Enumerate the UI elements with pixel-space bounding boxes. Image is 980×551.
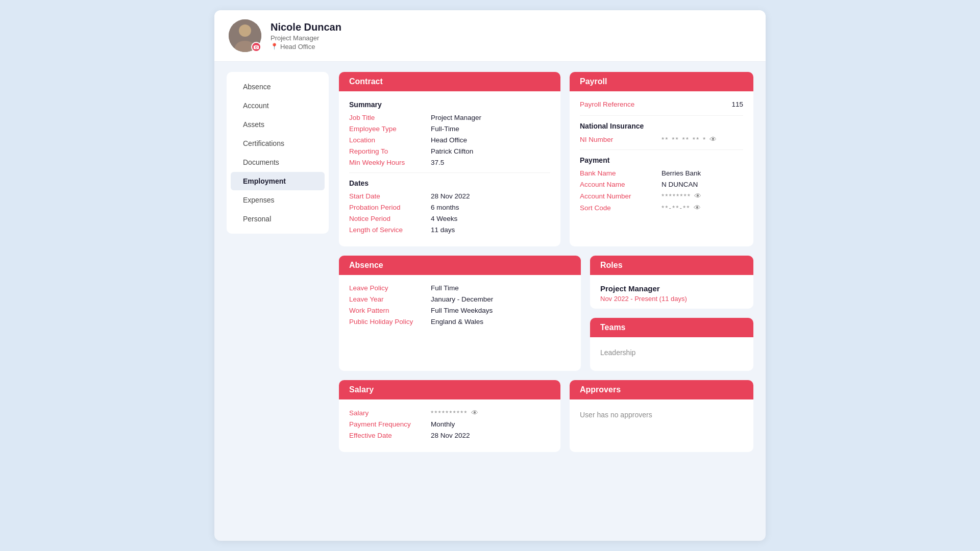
probation-period-label: Probation Period (349, 204, 431, 211)
min-weekly-hours-label: Min Weekly Hours (349, 159, 431, 166)
teams-value: Leadership (600, 346, 743, 359)
sort-code-toggle-button[interactable]: 👁 (694, 204, 701, 212)
role-name: Project Manager (600, 284, 743, 293)
notice-period-label: Notice Period (349, 215, 431, 222)
public-holiday-value: England & Wales (431, 318, 483, 325)
field-ni-number: NI Number ** ** ** ** * 👁 (580, 135, 743, 143)
profile-role: Project Manager (271, 34, 341, 42)
payroll-title: Payroll (580, 77, 743, 86)
location-pin-icon: 📍 (271, 43, 278, 50)
notice-period-value: 4 Weeks (431, 215, 457, 222)
min-weekly-hours-value: 37.5 (431, 159, 444, 166)
svg-point-1 (239, 24, 251, 37)
field-leave-year: Leave Year January - December (349, 295, 571, 303)
payroll-card: Payroll Payroll Reference 115 National I… (570, 72, 753, 246)
salary-label: Salary (349, 409, 431, 417)
effective-date-label: Effective Date (349, 432, 431, 439)
teams-card: Teams Leadership (590, 318, 753, 371)
job-title-label: Job Title (349, 114, 431, 121)
reporting-to-label: Reporting To (349, 147, 431, 155)
dates-title: Dates (349, 179, 550, 187)
row-salary-approvers: Salary Salary ********** 👁 Payment Frequ… (339, 380, 753, 452)
field-start-date: Start Date 28 Nov 2022 (349, 192, 550, 200)
effective-date-value: 28 Nov 2022 (431, 432, 470, 439)
roles-header: Roles (590, 256, 753, 275)
roles-body: Project Manager Nov 2022 - Present (11 d… (590, 275, 753, 309)
roles-card: Roles Project Manager Nov 2022 - Present… (590, 256, 753, 309)
row-absence-roles: Absence Leave Policy Full Time Leave Yea… (339, 256, 753, 371)
avatar-camera-badge[interactable] (251, 42, 261, 52)
job-title-value: Project Manager (431, 114, 481, 121)
sidebar-item-employment[interactable]: Employment (231, 172, 325, 190)
contract-header: Contract (339, 72, 560, 91)
salary-toggle-button[interactable]: 👁 (471, 409, 478, 417)
bank-name-label: Bank Name (580, 169, 662, 177)
account-name-value: N DUNCAN (662, 181, 698, 188)
sidebar-item-certifications[interactable]: Certifications (231, 134, 325, 153)
avatar (229, 19, 261, 52)
payroll-body: Payroll Reference 115 National Insurance… (570, 91, 753, 224)
sidebar-item-expenses[interactable]: Expenses (231, 191, 325, 209)
location-value: Head Office (431, 136, 467, 144)
payroll-reference-label: Payroll Reference (580, 101, 731, 108)
field-location: Location Head Office (349, 136, 550, 144)
approvers-title: Approvers (580, 385, 743, 394)
sidebar-item-documents[interactable]: Documents (231, 153, 325, 171)
field-job-title: Job Title Project Manager (349, 114, 550, 121)
absence-title: Absence (349, 261, 571, 270)
length-of-service-value: 11 days (431, 226, 455, 234)
field-probation-period: Probation Period 6 months (349, 204, 550, 211)
leave-policy-value: Full Time (431, 284, 459, 292)
field-account-name: Account Name N DUNCAN (580, 181, 743, 188)
ni-number-label: NI Number (580, 136, 662, 143)
leave-policy-label: Leave Policy (349, 284, 431, 292)
field-bank-name: Bank Name Berries Bank (580, 169, 743, 177)
approvers-value: User has no approvers (580, 409, 743, 421)
summary-title: Summary (349, 101, 550, 109)
teams-body: Leadership (590, 337, 753, 368)
row-contract-payroll: Contract Summary Job Title Project Manag… (339, 72, 753, 246)
account-number-value: ******** (662, 192, 691, 200)
sidebar-item-personal[interactable]: Personal (231, 210, 325, 228)
role-dates: Nov 2022 - Present (11 days) (600, 295, 743, 303)
field-length-of-service: Length of Service 11 days (349, 226, 550, 234)
sidebar-item-account[interactable]: Account (231, 96, 325, 115)
account-number-toggle-button[interactable]: 👁 (694, 192, 701, 200)
sidebar-item-absence[interactable]: Absence (231, 78, 325, 96)
approvers-header: Approvers (570, 380, 753, 399)
approvers-card: Approvers User has no approvers (570, 380, 753, 452)
content-area: Contract Summary Job Title Project Manag… (339, 72, 753, 452)
field-min-weekly-hours: Min Weekly Hours 37.5 (349, 159, 550, 166)
sort-code-label: Sort Code (580, 204, 662, 212)
payment-title: Payment (580, 156, 743, 164)
profile-name: Nicole Duncan (271, 21, 341, 33)
field-employee-type: Employee Type Full-Time (349, 125, 550, 133)
payroll-header: Payroll (570, 72, 753, 91)
contract-title: Contract (349, 77, 550, 86)
ni-number-toggle-button[interactable]: 👁 (709, 135, 717, 143)
start-date-label: Start Date (349, 192, 431, 200)
approvers-body: User has no approvers (570, 399, 753, 430)
contract-body: Summary Job Title Project Manager Employ… (339, 91, 560, 246)
profile-header: Nicole Duncan Project Manager 📍 Head Off… (214, 10, 766, 62)
work-pattern-value: Full Time Weekdays (431, 307, 493, 314)
salary-card: Salary Salary ********** 👁 Payment Frequ… (339, 380, 560, 452)
field-notice-period: Notice Period 4 Weeks (349, 215, 550, 222)
field-work-pattern: Work Pattern Full Time Weekdays (349, 307, 571, 314)
sidebar-item-assets[interactable]: Assets (231, 115, 325, 134)
employee-type-label: Employee Type (349, 125, 431, 133)
sort-code-value: **-**-** (662, 204, 691, 212)
profile-location: 📍 Head Office (271, 43, 341, 51)
payroll-reference-value: 115 (731, 101, 743, 108)
location-label: Location (349, 136, 431, 144)
probation-period-value: 6 months (431, 204, 459, 211)
svg-point-3 (256, 46, 257, 48)
salary-header: Salary (339, 380, 560, 399)
field-effective-date: Effective Date 28 Nov 2022 (349, 432, 550, 439)
account-number-label: Account Number (580, 192, 662, 200)
sidebar: Absence Account Assets Certifications Do… (227, 72, 329, 234)
contract-card: Contract Summary Job Title Project Manag… (339, 72, 560, 246)
field-account-number: Account Number ******** 👁 (580, 192, 743, 200)
leave-year-label: Leave Year (349, 295, 431, 303)
payment-frequency-label: Payment Frequency (349, 420, 431, 428)
